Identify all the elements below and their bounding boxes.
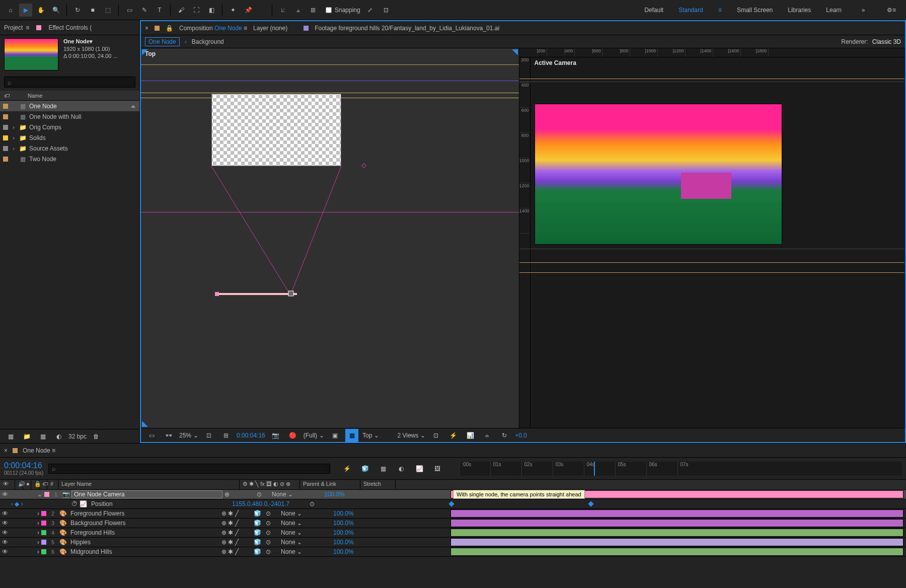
layer-row-camera[interactable]: 👁 ⌄ 1 📷 One Node Camera ⊕ ⊙ None ⌄ 100.0… xyxy=(0,490,906,499)
text-tool-icon[interactable]: T xyxy=(153,4,166,17)
zoom-dropdown[interactable]: 25% ⌄ xyxy=(179,432,198,439)
layer-row-fg-hills[interactable]: 👁› 4 🎨 Foreground Hills ⊕ ✱ ╱🧊⊙ None ⌄ 1… xyxy=(0,528,906,538)
interpret-icon[interactable]: ▦ xyxy=(4,430,17,443)
comp-thumbnail[interactable] xyxy=(4,38,58,70)
current-time[interactable]: 0:00:04:16 xyxy=(237,432,265,439)
local-axis-icon[interactable]: ⟀ xyxy=(276,4,289,17)
pan-behind-icon[interactable]: ⬚ xyxy=(101,4,114,17)
bpc-label[interactable]: 32 bpc xyxy=(68,433,87,440)
keyframe[interactable] xyxy=(588,501,593,506)
home-icon[interactable]: ⌂ xyxy=(4,4,17,17)
project-search-input[interactable] xyxy=(4,77,135,88)
pen-tool-icon[interactable]: ✎ xyxy=(138,4,151,17)
mask-icon[interactable]: ▭ xyxy=(145,429,158,442)
draft3d-icon[interactable]: 🧊 xyxy=(358,462,371,475)
workspace-default[interactable]: Default xyxy=(644,7,663,14)
project-item-one-node-null[interactable]: ▦ One Node with Null xyxy=(0,111,139,122)
workspace-standard[interactable]: Standard xyxy=(678,7,703,14)
graph-icon[interactable]: 📈 xyxy=(80,500,87,507)
workspace-libraries[interactable]: Libraries xyxy=(788,7,811,14)
selection-tool-icon[interactable]: ▶ xyxy=(19,4,32,17)
layer-row-bg-flowers[interactable]: 👁› 3 🎨 Background Flowers ⊕ ✱ ╱🧊⊙ None ⌄… xyxy=(0,519,906,528)
3d-view-icon[interactable]: 👓 xyxy=(162,429,175,442)
effect-controls-tab[interactable]: Effect Controls ( xyxy=(48,24,92,31)
views-count-dropdown[interactable]: 2 Views ⌄ xyxy=(397,432,425,439)
project-item-source-assets[interactable]: › 📁 Source Assets xyxy=(0,143,139,154)
puppet-tool-icon[interactable]: 📌 xyxy=(242,4,255,17)
channel-icon[interactable]: 🔴 xyxy=(286,429,299,442)
label-col-icon[interactable]: 🏷 xyxy=(4,93,10,99)
view-layout-dropdown[interactable]: Top ⌄ xyxy=(362,432,379,439)
trash-icon[interactable]: 🗑 xyxy=(90,430,103,443)
transparency-icon[interactable]: ▦ xyxy=(345,429,358,442)
bpc-icon[interactable]: ◐ xyxy=(52,430,65,443)
shy-icon[interactable]: ⚡ xyxy=(340,462,353,475)
timeline-icon[interactable]: 📊 xyxy=(464,429,477,442)
world-axis-icon[interactable]: ⟁ xyxy=(291,4,305,17)
motion-blur-icon[interactable]: ◐ xyxy=(395,462,408,475)
project-item-one-node[interactable]: ▦ One Node ⫨ xyxy=(0,101,139,111)
footage-tab[interactable]: Footage foreground hills 20/Fantasy_land… xyxy=(315,25,499,32)
layer-tab[interactable]: Layer (none) xyxy=(253,25,287,32)
layer-row-hippies[interactable]: 👁› 5 🎨 Hippies ⊕ ✱ ╱🧊⊙ None ⌄ 100.0% xyxy=(0,538,906,547)
view-options-icon[interactable]: ⊡ xyxy=(429,429,442,442)
project-item-orig-comps[interactable]: › 📁 Orig Comps xyxy=(0,122,139,132)
breadcrumb-parent[interactable]: Background xyxy=(192,38,224,45)
timeline-tab[interactable]: One Node ≡ xyxy=(23,447,55,454)
workspace-menu-icon[interactable]: ≡ xyxy=(718,7,722,14)
snapshot-icon[interactable]: 📷 xyxy=(269,429,282,442)
fast-preview-icon[interactable]: ⚡ xyxy=(446,429,460,442)
clone-tool-icon[interactable]: ⛶ xyxy=(190,4,203,17)
snap-option-icon[interactable]: ⤢ xyxy=(363,4,376,17)
reset-exposure-icon[interactable]: ↻ xyxy=(498,429,511,442)
flowchart-icon[interactable]: ⫨ xyxy=(130,103,136,110)
timeline-search-input[interactable] xyxy=(48,464,330,474)
exposure-value[interactable]: +0.0 xyxy=(515,432,527,439)
camera-tool-icon[interactable]: ■ xyxy=(86,4,99,17)
render-queue-icon[interactable]: 🖼 xyxy=(431,462,444,475)
frame-blend-icon[interactable]: ▦ xyxy=(376,462,390,475)
rotobrush-icon[interactable]: ✦ xyxy=(226,4,240,17)
settings-icon[interactable]: ⚙≡ xyxy=(885,4,898,17)
layer-row-fg-flowers[interactable]: 👁› 2 🎨 Foreground Flowers ⊕ ✱ ╱🧊⊙ None ⌄… xyxy=(0,509,906,519)
renderer-dropdown[interactable]: Classic 3D xyxy=(872,38,901,45)
layer-row-mid-hills[interactable]: 👁› 6 🎨 Midground Hills ⊕ ✱ ╱🧊⊙ None ⌄ 10… xyxy=(0,547,906,557)
comp-canvas[interactable] xyxy=(211,94,341,166)
playhead[interactable] xyxy=(594,462,595,476)
stopwatch-icon[interactable]: ⏱ xyxy=(71,500,78,507)
composition-tab[interactable]: Composition One Node ≡ xyxy=(179,25,247,32)
rectangle-tool-icon[interactable]: ▭ xyxy=(123,4,136,17)
graph-editor-icon[interactable]: 📈 xyxy=(413,462,426,475)
current-time-display[interactable]: 0:00:04:16 xyxy=(4,461,43,470)
viewport-top[interactable]: Top xyxy=(141,48,519,428)
flowchart-btn-icon[interactable]: ⫨ xyxy=(481,429,494,442)
project-item-two-node[interactable]: ▦ Two Node xyxy=(0,154,139,164)
snapping-toggle[interactable]: Snapping ⤢ ⊡ xyxy=(326,4,393,17)
overflow-icon[interactable]: » xyxy=(857,4,870,17)
orbit-icon[interactable]: ↻ xyxy=(71,4,84,17)
viewport-active-camera[interactable]: |200|400|600|800|1000|1200|1400|1600|180… xyxy=(519,48,905,428)
new-comp-icon[interactable]: ▦ xyxy=(36,430,49,443)
new-folder-icon[interactable]: 📁 xyxy=(20,430,33,443)
resolution-dropdown[interactable]: (Full) ⌄ xyxy=(304,432,324,439)
grid-icon[interactable]: ⊞ xyxy=(219,429,233,442)
eraser-tool-icon[interactable]: ◧ xyxy=(205,4,218,17)
workspace-small[interactable]: Small Screen xyxy=(737,7,773,14)
brush-tool-icon[interactable]: 🖌 xyxy=(175,4,188,17)
snap-grid-icon[interactable]: ⊡ xyxy=(380,4,393,17)
safe-zones-icon[interactable]: ⊡ xyxy=(202,429,215,442)
name-column[interactable]: Name xyxy=(28,93,42,99)
position-value[interactable]: 1155.0,480.0,-2401.7 xyxy=(232,500,308,507)
zoom-tool-icon[interactable]: 🔍 xyxy=(49,4,62,17)
view-axis-icon[interactable]: ⊞ xyxy=(307,4,320,17)
hand-tool-icon[interactable]: ✋ xyxy=(34,4,47,17)
snapping-checkbox[interactable] xyxy=(326,7,332,13)
project-item-solids[interactable]: › 📁 Solids xyxy=(0,132,139,143)
breadcrumb-current[interactable]: One Node xyxy=(145,37,180,46)
keyframe[interactable] xyxy=(448,501,454,506)
lock-icon[interactable]: 🔒 xyxy=(166,25,173,32)
workspace-learn[interactable]: Learn xyxy=(826,7,842,14)
roi-icon[interactable]: ▣ xyxy=(328,429,341,442)
project-tab[interactable]: Project≡ xyxy=(4,24,29,31)
time-ruler[interactable]: :00s 01s 02s 03s 04s 05s 06s 07s xyxy=(459,462,902,476)
